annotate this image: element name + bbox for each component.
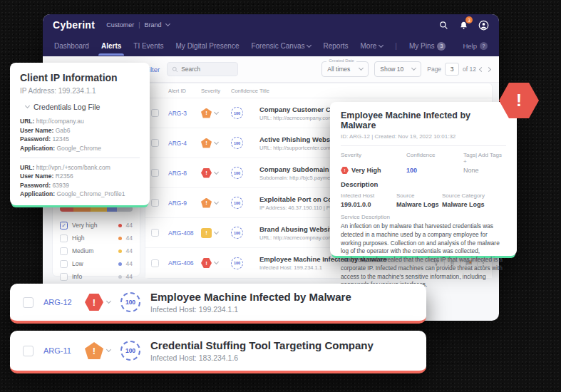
header-severity[interactable]: Severity <box>201 88 231 94</box>
checkbox-checked[interactable]: ✓ <box>60 222 68 229</box>
notifications-bell-icon[interactable]: 3 <box>458 19 469 31</box>
pins-count-badge: 3 <box>437 42 446 51</box>
severity-dot-orange <box>118 237 122 240</box>
brand-label: Brand <box>145 21 162 29</box>
severity-dropdown-icon[interactable] <box>214 109 219 114</box>
confidence-gauge: 100 <box>231 107 243 119</box>
row-checkbox[interactable] <box>151 139 159 147</box>
menu-item-dashboard[interactable]: Dashboard <box>54 42 89 50</box>
source-value: Malware Logs <box>396 201 442 208</box>
alert-id-link[interactable]: ARG-406 <box>168 259 201 267</box>
severity-dropdown-icon[interactable] <box>214 259 219 264</box>
alert-title[interactable]: Employee Machine Infected by Malware <box>150 291 351 303</box>
header-confidence[interactable]: Confidence <box>231 88 259 94</box>
alert-id-link[interactable]: ARG-3 <box>168 110 201 117</box>
menu-item-ti-events[interactable]: TI Events <box>133 42 163 50</box>
alert-id-link[interactable]: ARG-11 <box>43 346 75 355</box>
facet-medium[interactable]: Medium 44 <box>58 244 134 257</box>
header-title[interactable]: Title <box>259 88 492 94</box>
row-checkbox[interactable] <box>23 346 34 356</box>
page-number-input[interactable] <box>445 63 459 76</box>
alert-id-link[interactable]: ARG-9 <box>168 200 201 207</box>
severity-dot-red <box>118 224 122 227</box>
detail-title: Employee Machine Infected by Malware <box>341 110 506 130</box>
credentials-log-toggle[interactable]: Credentials Log File <box>26 103 140 111</box>
checkbox[interactable] <box>60 234 68 242</box>
page-total: of 12 <box>463 66 476 73</box>
row-checkbox[interactable] <box>151 199 159 207</box>
previous-page-icon[interactable] <box>479 66 484 71</box>
alert-title[interactable]: Credential Stuffing Tool Targeting Compa… <box>150 339 374 351</box>
severity-distribution-bar <box>60 206 133 212</box>
notification-count-badge: 3 <box>465 16 473 24</box>
severity-bar-info <box>117 206 133 212</box>
pagination: Page of 12 <box>427 63 490 76</box>
next-page-icon[interactable] <box>486 66 491 71</box>
severity-dropdown-icon[interactable] <box>214 229 219 234</box>
credentials-log-label: Credentials Log File <box>34 103 100 111</box>
forensic-canvas-label: Forensic Canvas <box>251 42 304 50</box>
help-link[interactable]: Help ? <box>463 42 488 50</box>
url-value: http://company.au <box>36 118 84 125</box>
menu-item-forensic-canvas[interactable]: Forensic Canvas <box>251 42 311 50</box>
alert-card-arg-12[interactable]: ARG-12 ! 100 Employee Machine Infected b… <box>10 284 426 324</box>
row-checkbox[interactable] <box>151 109 159 117</box>
severity-high-icon: ! <box>201 108 212 118</box>
facet-high[interactable]: High 44 <box>58 232 134 244</box>
severity-dropdown-icon[interactable] <box>214 139 219 144</box>
application-value: Google_Chrome <box>56 145 101 152</box>
user-value: R2356 <box>56 172 73 180</box>
severity-very-high-icon: ! <box>201 258 212 268</box>
menu-item-more[interactable]: More <box>361 42 384 50</box>
alert-card-arg-11[interactable]: ARG-11 ! 100 Credential Stuffing Tool Ta… <box>10 331 426 373</box>
checkbox[interactable] <box>60 260 68 268</box>
facet-info[interactable]: Info 44 <box>58 270 134 283</box>
severity-dropdown-icon[interactable] <box>214 199 219 204</box>
user-avatar-icon[interactable] <box>478 19 489 31</box>
alert-id-link[interactable]: ARG-12 <box>43 298 75 306</box>
search-input[interactable] <box>181 66 231 73</box>
created-date-label: Created Date <box>326 58 356 63</box>
page-background: Cyberint Customer | Brand 3 <box>0 0 561 392</box>
severity-dot-gray <box>118 275 122 279</box>
alert-subtitle: Infected Host: 183.234.1.6 <box>150 354 374 362</box>
add-tags-link[interactable]: Tags| Add Tags + <box>463 152 506 165</box>
top-navbar: Cyberint Customer | Brand 3 <box>43 14 499 36</box>
checkbox[interactable] <box>60 273 68 281</box>
search-icon[interactable] <box>438 19 449 31</box>
severity-label: Severity <box>341 152 406 165</box>
infected-host-label: Infected Host <box>341 192 396 199</box>
facet-low[interactable]: Low 44 <box>58 257 134 270</box>
checkbox[interactable] <box>60 247 68 255</box>
menu-item-alerts[interactable]: Alerts <box>101 42 121 50</box>
application-label: Application: <box>20 145 55 152</box>
severity-value[interactable]: ! Very High <box>341 167 406 174</box>
menu-item-reports[interactable]: Reports <box>323 42 348 50</box>
source-category-value: Malware Logs <box>442 201 506 208</box>
chevron-down-icon <box>25 103 30 108</box>
row-checkbox[interactable] <box>151 229 159 237</box>
alert-id-link[interactable]: ARG-8 <box>168 170 201 177</box>
source-label: Source <box>396 192 442 199</box>
url-label: URL: <box>20 164 34 171</box>
row-checkbox[interactable] <box>23 297 34 308</box>
created-date-select[interactable]: Created Date All times <box>321 61 369 77</box>
facet-very-high[interactable]: ✓ Very high 44 <box>58 219 134 232</box>
menu-item-my-pins[interactable]: My Pins 3 <box>409 42 446 51</box>
tenant-switcher[interactable]: Customer | Brand <box>106 21 169 29</box>
chevron-down-icon <box>379 42 384 47</box>
header-alert-id[interactable]: Alert ID <box>168 88 201 94</box>
severity-select[interactable]: ! <box>85 294 110 311</box>
ip-address: IP Address: 199.234.1.1 <box>20 87 140 95</box>
alert-id-link[interactable]: ARG-4 <box>168 140 201 147</box>
menu-item-my-digital-presence[interactable]: My Digital Presence <box>176 42 240 50</box>
row-checkbox[interactable] <box>151 169 159 177</box>
show-count-select[interactable]: Show 10 <box>374 61 421 77</box>
my-pins-label: My Pins <box>409 42 435 50</box>
alert-id-link[interactable]: ARG-408 <box>168 229 201 237</box>
search-field[interactable] <box>167 62 238 76</box>
help-label: Help <box>463 42 477 50</box>
row-checkbox[interactable] <box>151 259 159 267</box>
severity-select[interactable]: ! <box>85 342 110 359</box>
severity-dropdown-icon[interactable] <box>214 169 219 174</box>
